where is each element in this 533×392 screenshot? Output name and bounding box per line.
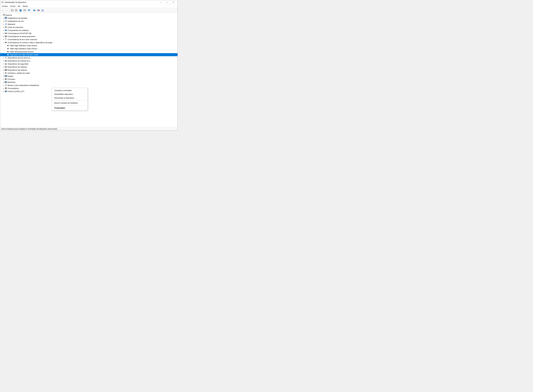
svg-rect-77 bbox=[5, 66, 7, 67]
expand-btn-adaptadores-red[interactable]: ▶ bbox=[2, 20, 5, 22]
properties-button[interactable] bbox=[14, 9, 18, 12]
expand-btn-disp-interfaz[interactable]: ▶ bbox=[2, 60, 5, 62]
download-button[interactable] bbox=[41, 9, 45, 12]
audio-io-icon bbox=[5, 72, 7, 74]
menu-ver[interactable]: Ver bbox=[17, 5, 22, 8]
adaptadores-red-label: Adaptadores de red bbox=[8, 20, 23, 22]
context-desinstalar[interactable]: Desinstalar el dispositivo bbox=[52, 96, 88, 100]
context-actualizar[interactable]: Actualizar controlador bbox=[52, 89, 88, 92]
menu-bar: Archivo Acción Ver Ayuda bbox=[0, 5, 177, 8]
expand-btn-disp-bus[interactable]: ▶ bbox=[2, 57, 5, 59]
expand-btn-colas[interactable]: ▶ bbox=[2, 26, 5, 28]
expand-btn-bus[interactable]: ▶ bbox=[2, 38, 5, 41]
tree-item-adaptadores-pantalla[interactable]: ▶ Adaptadores de pantalla bbox=[0, 17, 177, 19]
svg-rect-40 bbox=[5, 21, 5, 21]
tree-item-dispositivos-software[interactable]: ▶ Dispositivos de software bbox=[0, 65, 177, 68]
svg-rect-88 bbox=[5, 79, 6, 79]
expand-btn-disp-seguridad[interactable]: ▶ bbox=[2, 63, 5, 65]
mouse-label: Mouse y otros dispositivos señaladores bbox=[8, 84, 39, 86]
expand-btn-adaptadores-pantalla[interactable]: ▶ bbox=[2, 17, 5, 19]
maximize-button[interactable]: □ bbox=[164, 0, 170, 5]
svg-rect-2 bbox=[3, 2, 3, 2]
display-icon bbox=[5, 17, 7, 19]
show-devices-button[interactable] bbox=[23, 9, 27, 12]
tree-item-entradas-salidas[interactable]: ▶ Entradas y salidas de audio bbox=[0, 71, 177, 75]
tree-item-controladoras-ata[interactable]: ▶ Controladoras ATA/ATAPI IDE bbox=[0, 32, 177, 35]
svg-marker-61 bbox=[5, 42, 6, 43]
forward-button[interactable]: → bbox=[5, 9, 9, 12]
audio-icon-4 bbox=[7, 50, 9, 53]
expand-btn-firmware[interactable]: ▶ bbox=[2, 78, 5, 80]
almacenamiento-label: Controladoras de almacenamiento bbox=[8, 35, 35, 37]
tree-item-dispositivos-seguridad[interactable]: ▶ Dispositivos de seguridad bbox=[0, 62, 177, 65]
status-bar: Inicia el Asistente para actualizar el c… bbox=[0, 127, 177, 131]
minimize-button[interactable]: — bbox=[157, 0, 164, 5]
tree-item-controladoras-almacenamiento[interactable]: ▶ Controladoras de almacenamiento bbox=[0, 35, 177, 38]
svg-rect-45 bbox=[5, 30, 6, 30]
add-device-button[interactable] bbox=[32, 9, 36, 12]
expand-btn-puertos[interactable]: ▶ bbox=[2, 90, 5, 93]
tree-item-controladoras-sonido[interactable]: ▼ Controladoras de sonido y vídeo y disp… bbox=[0, 41, 177, 44]
expand-btn-equipo[interactable]: ▶ bbox=[2, 75, 5, 77]
svg-rect-84 bbox=[5, 75, 7, 76]
context-sep-2 bbox=[52, 105, 88, 106]
tree-item-colas-impresion[interactable]: ▶ Colas de impresión bbox=[0, 26, 177, 29]
tree-item-dispositivos-bus[interactable]: ▶ Dispositivos de bus serie un... bbox=[0, 56, 177, 59]
svg-rect-70 bbox=[5, 58, 5, 58]
svg-rect-28 bbox=[3, 14, 4, 15]
expand-btn-entradas[interactable]: ▶ bbox=[2, 72, 5, 74]
tree-item-dispositivos-interfaz[interactable]: ▶ Dispositivos de interfaz de u... bbox=[0, 59, 177, 62]
tree-item-procesadores[interactable]: ▶ bbox=[0, 87, 177, 90]
title-bar-title: Administrador de dispositivos bbox=[5, 1, 157, 3]
close-button[interactable]: ✕ bbox=[170, 0, 176, 5]
context-propiedades[interactable]: Propiedades bbox=[52, 106, 88, 110]
context-buscar[interactable]: Buscar cambios de hardware bbox=[52, 101, 88, 105]
tree-root[interactable]: ▼ juanma bbox=[0, 14, 177, 17]
tree-item-componentes-software[interactable]: ▶ Componentes de software bbox=[0, 29, 177, 32]
expand-btn-disp-sistema[interactable]: ▶ bbox=[2, 69, 5, 71]
context-deshabilitar[interactable]: Deshabilitar dispositivo bbox=[52, 92, 88, 96]
svg-rect-59 bbox=[5, 39, 5, 40]
sistema-icon bbox=[5, 69, 7, 71]
expand-btn-ata[interactable]: ▶ bbox=[2, 32, 5, 34]
forward-icon: → bbox=[6, 9, 8, 12]
expand-btn-componentes[interactable]: ▶ bbox=[2, 29, 5, 31]
tree-item-dispositivo-hda[interactable]: ▶ Dispositivo de High Definition Audio bbox=[0, 53, 177, 56]
remove-device-button[interactable] bbox=[37, 9, 40, 12]
expand-btn-sonido[interactable]: ▼ bbox=[2, 41, 5, 44]
tree-item-controladoras-bus[interactable]: ▶ Controladoras de bus serie universal bbox=[0, 38, 177, 41]
expand-btn-almacenamiento[interactable]: ▶ bbox=[2, 35, 5, 37]
menu-archivo[interactable]: Archivo bbox=[1, 5, 9, 8]
svg-rect-71 bbox=[6, 58, 6, 58]
svg-rect-50 bbox=[6, 33, 7, 33]
expand-btn-procesadores[interactable]: ▶ bbox=[2, 87, 5, 89]
back-button[interactable]: ← bbox=[1, 9, 5, 12]
tree-item-amd-hda-2[interactable]: ▶ AMD High Definition Audio Device bbox=[0, 47, 177, 50]
tree-item-puertos[interactable]: ▶ Puertos (COM y LPT bbox=[0, 90, 177, 93]
help-button[interactable]: ? bbox=[19, 9, 23, 12]
monitores-label: Monitores bbox=[8, 81, 16, 83]
tree-item-amd-streaming[interactable]: ▶ AMD Streaming Audio Device bbox=[0, 50, 177, 53]
refresh-button[interactable] bbox=[27, 9, 31, 12]
tree-item-dispositivos-sistema[interactable]: ▶ Dispositivos del sistema bbox=[0, 68, 177, 71]
overview-button[interactable] bbox=[10, 9, 14, 12]
tree-item-adaptadores-red[interactable]: ▶ Adaptadores de red bbox=[0, 19, 177, 23]
expand-btn-monitores[interactable]: ▶ bbox=[2, 81, 5, 83]
expand-btn-mouse[interactable]: ▶ bbox=[2, 84, 5, 86]
svg-rect-91 bbox=[5, 81, 7, 83]
svg-rect-34 bbox=[5, 17, 7, 19]
menu-ayuda[interactable]: Ayuda bbox=[22, 5, 29, 8]
storage-icon bbox=[5, 35, 7, 38]
expand-btn-disp-software[interactable]: ▶ bbox=[2, 66, 5, 68]
tree-item-firmware[interactable]: ▶ Firmware bbox=[0, 78, 177, 81]
svg-rect-89 bbox=[5, 79, 6, 79]
tree-item-amd-hda-1[interactable]: ▶ AMD High Definition Audio Device bbox=[0, 44, 177, 47]
tree-item-mouse[interactable]: ▶ Mouse y otros dispositivos señaladores bbox=[0, 84, 177, 87]
tree-item-equipo[interactable]: ▶ Equipo bbox=[0, 75, 177, 78]
expand-btn-bluetooth[interactable]: ▶ bbox=[2, 23, 5, 25]
tree-view[interactable]: ▼ juanma ▶ bbox=[0, 13, 177, 127]
tree-item-monitores[interactable]: ▶ Monitores bbox=[0, 81, 177, 84]
root-expand[interactable]: ▼ bbox=[1, 14, 3, 16]
tree-item-bluetooth[interactable]: ▶ Bluetooth bbox=[0, 23, 177, 26]
menu-accion[interactable]: Acción bbox=[9, 5, 17, 8]
